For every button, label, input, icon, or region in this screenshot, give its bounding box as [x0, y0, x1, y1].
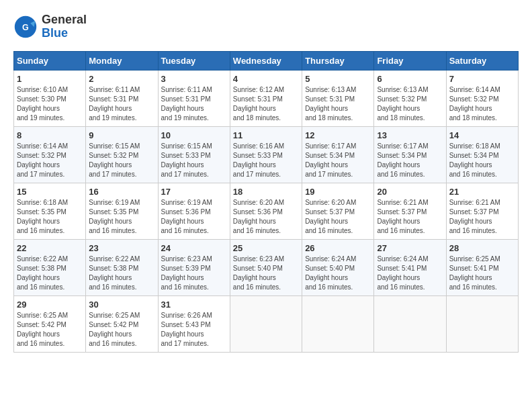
day-info: Sunrise: 6:11 AM Sunset: 5:31 PM Dayligh… [89, 85, 154, 123]
day-number: 8 [17, 130, 83, 140]
day-info: Sunrise: 6:13 AM Sunset: 5:31 PM Dayligh… [305, 85, 371, 123]
day-number: 29 [17, 300, 83, 310]
day-number: 14 [449, 130, 515, 140]
day-number: 25 [233, 243, 299, 253]
calendar-cell: 31 Sunrise: 6:26 AM Sunset: 5:43 PM Dayl… [158, 295, 230, 352]
calendar-cell: 6 Sunrise: 6:13 AM Sunset: 5:32 PM Dayli… [374, 70, 446, 126]
header-monday: Monday [86, 51, 158, 70]
day-info: Sunrise: 6:17 AM Sunset: 5:34 PM Dayligh… [377, 142, 443, 179]
day-number: 24 [161, 243, 227, 253]
day-number: 31 [161, 300, 227, 310]
calendar-week-row: 1 Sunrise: 6:10 AM Sunset: 5:30 PM Dayli… [14, 70, 519, 126]
day-info: Sunrise: 6:20 AM Sunset: 5:36 PM Dayligh… [233, 198, 299, 236]
logo: G General Blue [13, 13, 87, 40]
calendar-cell: 16 Sunrise: 6:19 AM Sunset: 5:35 PM Dayl… [86, 183, 158, 239]
day-info: Sunrise: 6:18 AM Sunset: 5:35 PM Dayligh… [17, 198, 83, 236]
day-number: 19 [305, 187, 371, 197]
header: G General Blue [13, 13, 519, 40]
day-info: Sunrise: 6:15 AM Sunset: 5:33 PM Dayligh… [161, 142, 227, 179]
calendar-cell [446, 295, 518, 352]
day-number: 5 [305, 74, 371, 84]
calendar-cell [302, 295, 374, 352]
day-number: 21 [449, 187, 515, 197]
day-number: 20 [377, 187, 443, 197]
logo-icon: G [13, 15, 38, 39]
day-info: Sunrise: 6:11 AM Sunset: 5:31 PM Dayligh… [161, 85, 227, 123]
calendar-cell: 23 Sunrise: 6:22 AM Sunset: 5:38 PM Dayl… [86, 239, 158, 295]
calendar-week-row: 29 Sunrise: 6:25 AM Sunset: 5:42 PM Dayl… [14, 295, 519, 352]
day-info: Sunrise: 6:24 AM Sunset: 5:41 PM Dayligh… [377, 255, 443, 292]
calendar-cell: 1 Sunrise: 6:10 AM Sunset: 5:30 PM Dayli… [14, 70, 86, 126]
calendar-cell: 30 Sunrise: 6:25 AM Sunset: 5:42 PM Dayl… [86, 295, 158, 352]
day-info: Sunrise: 6:10 AM Sunset: 5:30 PM Dayligh… [17, 85, 83, 123]
day-info: Sunrise: 6:14 AM Sunset: 5:32 PM Dayligh… [17, 142, 83, 179]
day-number: 10 [161, 130, 227, 140]
day-number: 11 [233, 130, 299, 140]
header-thursday: Thursday [302, 51, 374, 70]
day-info: Sunrise: 6:12 AM Sunset: 5:31 PM Dayligh… [233, 85, 299, 123]
day-number: 27 [377, 243, 443, 253]
day-number: 13 [377, 130, 443, 140]
day-info: Sunrise: 6:25 AM Sunset: 5:42 PM Dayligh… [17, 311, 83, 349]
day-number: 1 [17, 74, 83, 84]
calendar-week-row: 8 Sunrise: 6:14 AM Sunset: 5:32 PM Dayli… [14, 126, 519, 183]
day-number: 12 [305, 130, 371, 140]
day-number: 6 [377, 74, 443, 84]
calendar-cell: 4 Sunrise: 6:12 AM Sunset: 5:31 PM Dayli… [230, 70, 302, 126]
day-info: Sunrise: 6:23 AM Sunset: 5:40 PM Dayligh… [233, 255, 299, 292]
calendar-cell: 15 Sunrise: 6:18 AM Sunset: 5:35 PM Dayl… [14, 183, 86, 239]
day-number: 26 [305, 243, 371, 253]
calendar-cell: 27 Sunrise: 6:24 AM Sunset: 5:41 PM Dayl… [374, 239, 446, 295]
calendar-cell: 8 Sunrise: 6:14 AM Sunset: 5:32 PM Dayli… [14, 126, 86, 183]
day-info: Sunrise: 6:25 AM Sunset: 5:42 PM Dayligh… [89, 311, 154, 349]
day-info: Sunrise: 6:21 AM Sunset: 5:37 PM Dayligh… [377, 198, 443, 236]
day-info: Sunrise: 6:24 AM Sunset: 5:40 PM Dayligh… [305, 255, 371, 292]
day-number: 9 [89, 130, 154, 140]
day-number: 18 [233, 187, 299, 197]
header-friday: Friday [374, 51, 446, 70]
calendar-cell: 3 Sunrise: 6:11 AM Sunset: 5:31 PM Dayli… [158, 70, 230, 126]
logo-text: General Blue [42, 13, 87, 40]
calendar-week-row: 15 Sunrise: 6:18 AM Sunset: 5:35 PM Dayl… [14, 183, 519, 239]
header-wednesday: Wednesday [230, 51, 302, 70]
calendar-cell: 18 Sunrise: 6:20 AM Sunset: 5:36 PM Dayl… [230, 183, 302, 239]
header-saturday: Saturday [446, 51, 518, 70]
day-info: Sunrise: 6:22 AM Sunset: 5:38 PM Dayligh… [17, 255, 83, 292]
calendar-cell: 21 Sunrise: 6:21 AM Sunset: 5:37 PM Dayl… [446, 183, 518, 239]
day-number: 30 [89, 300, 154, 310]
calendar-cell: 9 Sunrise: 6:15 AM Sunset: 5:32 PM Dayli… [86, 126, 158, 183]
calendar-week-row: 22 Sunrise: 6:22 AM Sunset: 5:38 PM Dayl… [14, 239, 519, 295]
day-number: 23 [89, 243, 154, 253]
day-info: Sunrise: 6:20 AM Sunset: 5:37 PM Dayligh… [305, 198, 371, 236]
calendar-cell: 12 Sunrise: 6:17 AM Sunset: 5:34 PM Dayl… [302, 126, 374, 183]
calendar-cell: 11 Sunrise: 6:16 AM Sunset: 5:33 PM Dayl… [230, 126, 302, 183]
day-number: 15 [17, 187, 83, 197]
calendar-cell: 10 Sunrise: 6:15 AM Sunset: 5:33 PM Dayl… [158, 126, 230, 183]
calendar-cell: 24 Sunrise: 6:23 AM Sunset: 5:39 PM Dayl… [158, 239, 230, 295]
calendar-cell [374, 295, 446, 352]
calendar-header-row: SundayMondayTuesdayWednesdayThursdayFrid… [14, 51, 519, 70]
calendar-cell: 26 Sunrise: 6:24 AM Sunset: 5:40 PM Dayl… [302, 239, 374, 295]
calendar-cell: 7 Sunrise: 6:14 AM Sunset: 5:32 PM Dayli… [446, 70, 518, 126]
calendar-cell: 14 Sunrise: 6:18 AM Sunset: 5:34 PM Dayl… [446, 126, 518, 183]
day-info: Sunrise: 6:18 AM Sunset: 5:34 PM Dayligh… [449, 142, 515, 179]
svg-text:G: G [22, 23, 29, 32]
day-info: Sunrise: 6:21 AM Sunset: 5:37 PM Dayligh… [449, 198, 515, 236]
day-info: Sunrise: 6:19 AM Sunset: 5:36 PM Dayligh… [161, 198, 227, 236]
calendar-cell: 13 Sunrise: 6:17 AM Sunset: 5:34 PM Dayl… [374, 126, 446, 183]
day-number: 7 [449, 74, 515, 84]
calendar-cell: 19 Sunrise: 6:20 AM Sunset: 5:37 PM Dayl… [302, 183, 374, 239]
day-info: Sunrise: 6:14 AM Sunset: 5:32 PM Dayligh… [449, 85, 515, 123]
day-info: Sunrise: 6:16 AM Sunset: 5:33 PM Dayligh… [233, 142, 299, 179]
day-number: 3 [161, 74, 227, 84]
day-info: Sunrise: 6:17 AM Sunset: 5:34 PM Dayligh… [305, 142, 371, 179]
calendar-table: SundayMondayTuesdayWednesdayThursdayFrid… [13, 51, 519, 353]
day-info: Sunrise: 6:13 AM Sunset: 5:32 PM Dayligh… [377, 85, 443, 123]
calendar-cell: 2 Sunrise: 6:11 AM Sunset: 5:31 PM Dayli… [86, 70, 158, 126]
day-info: Sunrise: 6:26 AM Sunset: 5:43 PM Dayligh… [161, 311, 227, 349]
day-number: 17 [161, 187, 227, 197]
header-tuesday: Tuesday [158, 51, 230, 70]
day-info: Sunrise: 6:19 AM Sunset: 5:35 PM Dayligh… [89, 198, 154, 236]
day-number: 2 [89, 74, 154, 84]
day-info: Sunrise: 6:23 AM Sunset: 5:39 PM Dayligh… [161, 255, 227, 292]
